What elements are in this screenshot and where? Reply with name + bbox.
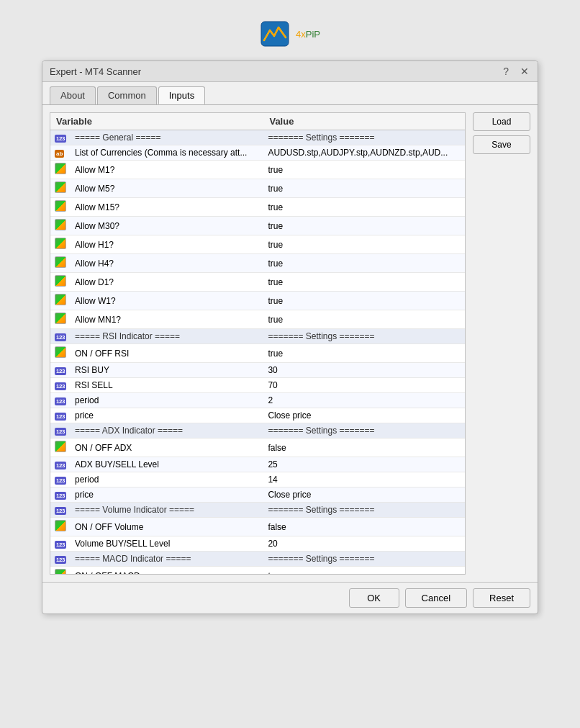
icon-bool bbox=[55, 346, 66, 358]
ok-button[interactable]: OK bbox=[349, 588, 399, 608]
icon-bool bbox=[55, 181, 66, 193]
table-row[interactable]: ON / OFF RSItrue bbox=[50, 344, 465, 363]
icon-123: 123 bbox=[55, 477, 66, 485]
table-row[interactable]: 123period14 bbox=[50, 472, 465, 487]
icon-bool bbox=[55, 275, 66, 287]
dialog-body: Variable Value 123===== General ========… bbox=[42, 105, 538, 582]
side-buttons: Load Save bbox=[473, 112, 530, 575]
row-variable: ON / OFF MACD bbox=[71, 567, 263, 575]
row-icon-cell bbox=[50, 567, 71, 575]
row-icon-cell: 123 bbox=[50, 536, 71, 552]
row-icon-cell: 123 bbox=[50, 503, 71, 518]
table-row[interactable]: ON / OFF ADXfalse bbox=[50, 439, 465, 457]
row-value: true bbox=[263, 567, 465, 575]
row-value: ======= Settings ======= bbox=[263, 552, 465, 567]
help-button[interactable]: ? bbox=[502, 66, 510, 77]
row-value: true bbox=[263, 198, 465, 217]
row-value: Close price bbox=[263, 487, 465, 503]
row-value: ======= Settings ======= bbox=[263, 503, 465, 518]
table-row[interactable]: ON / OFF MACDtrue bbox=[50, 567, 465, 575]
titlebar-controls: ? ✕ bbox=[502, 66, 530, 77]
icon-123: 123 bbox=[55, 397, 66, 405]
row-icon-cell bbox=[50, 439, 71, 457]
row-value: 30 bbox=[263, 363, 465, 378]
table-row[interactable]: Allow W1?true bbox=[50, 292, 465, 310]
dialog-footer: OK Cancel Reset bbox=[42, 582, 538, 614]
row-icon-cell bbox=[50, 518, 71, 536]
row-icon-cell: 123 bbox=[50, 423, 71, 439]
table-row[interactable]: Allow M15?true bbox=[50, 198, 465, 217]
row-variable: RSI BUY bbox=[71, 363, 263, 378]
table-row[interactable]: 123===== General ============ Settings =… bbox=[50, 130, 465, 145]
row-value: 2 bbox=[263, 393, 465, 408]
table-row[interactable]: 123priceClose price bbox=[50, 487, 465, 503]
row-icon-cell: 123 bbox=[50, 457, 71, 472]
row-value: Close price bbox=[263, 408, 465, 423]
table-scroll[interactable]: Variable Value 123===== General ========… bbox=[50, 113, 465, 574]
row-icon-cell: 123 bbox=[50, 552, 71, 567]
tab-inputs[interactable]: Inputs bbox=[158, 86, 205, 104]
table-row[interactable]: Allow D1?true bbox=[50, 273, 465, 292]
table-row[interactable]: 123priceClose price bbox=[50, 408, 465, 423]
cancel-button[interactable]: Cancel bbox=[405, 588, 467, 608]
icon-bool bbox=[55, 569, 66, 574]
row-icon-cell: 123 bbox=[50, 408, 71, 423]
icon-bool bbox=[55, 219, 66, 230]
row-value: false bbox=[263, 518, 465, 536]
row-variable: Allow MN1? bbox=[71, 310, 263, 329]
page-wrapper: 4xPiP Expert - MT4 Scanner ? ✕ About Com… bbox=[0, 7, 580, 728]
table-row[interactable]: Allow M1?true bbox=[50, 161, 465, 179]
row-value: ======= Settings ======= bbox=[263, 329, 465, 344]
col-variable: Variable bbox=[50, 113, 263, 130]
table-row[interactable]: 123period2 bbox=[50, 393, 465, 408]
table-row[interactable]: 123ADX BUY/SELL Level25 bbox=[50, 457, 465, 472]
table-body: 123===== General ============ Settings =… bbox=[50, 130, 465, 575]
row-variable: price bbox=[71, 408, 263, 423]
row-icon-cell bbox=[50, 254, 71, 273]
table-row[interactable]: ON / OFF Volumefalse bbox=[50, 518, 465, 536]
table-row[interactable]: 123===== RSI Indicator ============ Sett… bbox=[50, 329, 465, 344]
logo-text: 4xPiP bbox=[296, 29, 320, 40]
load-button[interactable]: Load bbox=[473, 112, 530, 131]
reset-button[interactable]: Reset bbox=[473, 588, 530, 608]
row-variable: ON / OFF ADX bbox=[71, 439, 263, 457]
tab-common[interactable]: Common bbox=[97, 86, 157, 104]
row-value: true bbox=[263, 344, 465, 363]
table-row[interactable]: 123Volume BUY/SELL Level20 bbox=[50, 536, 465, 552]
logo-pip: PiP bbox=[306, 29, 320, 40]
tab-about[interactable]: About bbox=[50, 86, 96, 104]
table-row[interactable]: Allow H4?true bbox=[50, 254, 465, 273]
table-row[interactable]: 123===== MACD Indicator ============ Set… bbox=[50, 552, 465, 567]
row-icon-cell bbox=[50, 198, 71, 217]
logo-area: 4xPiP bbox=[260, 20, 320, 48]
row-value: 70 bbox=[263, 378, 465, 393]
save-button[interactable]: Save bbox=[473, 135, 530, 154]
icon-123: 123 bbox=[55, 462, 66, 469]
row-variable: Allow H1? bbox=[71, 235, 263, 254]
dialog-title: Expert - MT4 Scanner bbox=[50, 66, 141, 77]
icon-123: 123 bbox=[55, 428, 66, 436]
table-row[interactable]: Allow H1?true bbox=[50, 235, 465, 254]
row-icon-cell: 123 bbox=[50, 329, 71, 344]
row-variable: Allow D1? bbox=[71, 273, 263, 292]
table-row[interactable]: 123===== Volume Indicator ============ S… bbox=[50, 503, 465, 518]
table-row[interactable]: abList of Currencies (Comma is necessary… bbox=[50, 145, 465, 161]
dialog-tabs: About Common Inputs bbox=[42, 82, 538, 105]
table-row[interactable]: 123===== ADX Indicator ============ Sett… bbox=[50, 423, 465, 439]
row-variable: ===== General ===== bbox=[71, 130, 263, 145]
table-row[interactable]: 123RSI SELL70 bbox=[50, 378, 465, 393]
row-value: ======= Settings ======= bbox=[263, 130, 465, 145]
icon-123: 123 bbox=[55, 556, 66, 564]
table-row[interactable]: Allow MN1?true bbox=[50, 310, 465, 329]
table-row[interactable]: Allow M5?true bbox=[50, 179, 465, 198]
dialog: Expert - MT4 Scanner ? ✕ About Common In… bbox=[42, 60, 538, 614]
row-icon-cell: 123 bbox=[50, 393, 71, 408]
row-icon-cell: 123 bbox=[50, 130, 71, 145]
table-row[interactable]: Allow M30?true bbox=[50, 217, 465, 235]
icon-123: 123 bbox=[55, 333, 66, 341]
logo-4x: 4x bbox=[296, 29, 306, 40]
icon-123: 123 bbox=[55, 541, 66, 549]
table-row[interactable]: 123RSI BUY30 bbox=[50, 363, 465, 378]
close-button[interactable]: ✕ bbox=[519, 66, 530, 77]
row-variable: period bbox=[71, 472, 263, 487]
